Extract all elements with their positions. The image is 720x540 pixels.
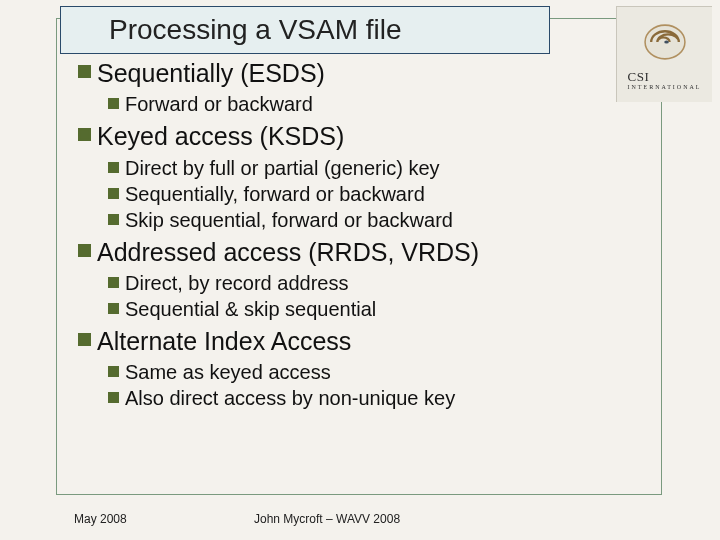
list-item: Forward or backward	[108, 91, 638, 117]
footer: May 2008 John Mycroft – WAVV 2008	[74, 512, 634, 526]
svg-rect-5	[110, 100, 117, 107]
bullet-icon	[108, 188, 119, 199]
list-text: Sequential & skip sequential	[125, 296, 376, 322]
svg-rect-3	[81, 68, 89, 76]
list-item: Sequentially, forward or backward	[108, 181, 638, 207]
csi-swirl-icon	[642, 19, 688, 65]
svg-rect-9	[110, 164, 117, 171]
list-item: Also direct access by non-unique key	[108, 385, 638, 411]
svg-rect-11	[110, 190, 117, 197]
bullet-icon	[108, 392, 119, 403]
bullet-icon	[108, 366, 119, 377]
title-box: Processing a VSAM file	[60, 6, 550, 54]
slide-title: Processing a VSAM file	[109, 14, 402, 46]
list-text: Skip sequential, forward or backward	[125, 207, 453, 233]
list-item: Addressed access (RRDS, VRDS)	[78, 237, 638, 268]
list-item: Sequential & skip sequential	[108, 296, 638, 322]
bullet-icon	[108, 303, 119, 314]
footer-date: May 2008	[74, 512, 254, 526]
list-text: Sequentially, forward or backward	[125, 181, 425, 207]
section-heading: Keyed access (KSDS)	[97, 121, 344, 152]
content-area: Sequentially (ESDS) Forward or backward …	[78, 56, 638, 415]
svg-rect-23	[110, 368, 117, 375]
list-item: Sequentially (ESDS)	[78, 58, 638, 89]
svg-rect-17	[110, 279, 117, 286]
bullet-icon	[108, 98, 119, 109]
svg-rect-25	[110, 394, 117, 401]
list-item: Skip sequential, forward or backward	[108, 207, 638, 233]
list-text: Same as keyed access	[125, 359, 331, 385]
svg-rect-13	[110, 216, 117, 223]
svg-rect-21	[81, 335, 89, 343]
logo-text: CSI INTERNATIONAL	[628, 69, 702, 90]
list-text: Direct, by record address	[125, 270, 348, 296]
list-item: Keyed access (KSDS)	[78, 121, 638, 152]
list-text: Forward or backward	[125, 91, 313, 117]
bullet-icon	[78, 244, 91, 257]
bullet-icon	[78, 333, 91, 346]
list-item: Alternate Index Access	[78, 326, 638, 357]
bullet-icon	[78, 128, 91, 141]
bullet-icon	[108, 162, 119, 173]
bullet-icon	[108, 214, 119, 225]
list-item: Direct by full or partial (generic) key	[108, 155, 638, 181]
footer-author: John Mycroft – WAVV 2008	[254, 512, 400, 526]
svg-rect-19	[110, 305, 117, 312]
list-text: Also direct access by non-unique key	[125, 385, 455, 411]
section-heading: Addressed access (RRDS, VRDS)	[97, 237, 479, 268]
section-heading: Alternate Index Access	[97, 326, 351, 357]
slide: Processing a VSAM file CSI INTERNATIONAL…	[0, 0, 720, 540]
section-heading: Sequentially (ESDS)	[97, 58, 325, 89]
svg-point-1	[664, 40, 669, 43]
svg-rect-7	[81, 131, 89, 139]
bullet-icon	[108, 277, 119, 288]
bullet-icon	[78, 65, 91, 78]
list-item: Direct, by record address	[108, 270, 638, 296]
logo-sub: INTERNATIONAL	[628, 84, 702, 90]
list-text: Direct by full or partial (generic) key	[125, 155, 440, 181]
list-item: Same as keyed access	[108, 359, 638, 385]
svg-rect-15	[81, 246, 89, 254]
